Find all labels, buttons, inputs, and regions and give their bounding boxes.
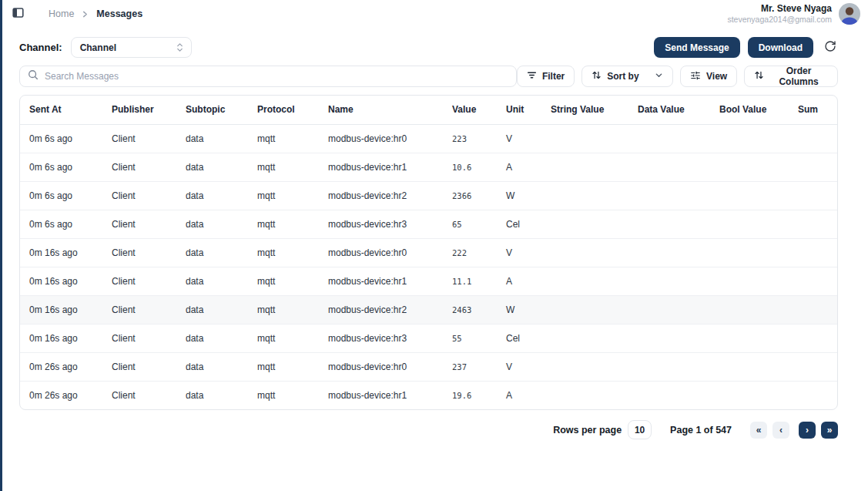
- cell-string-value: [541, 181, 628, 210]
- cell-unit: V: [497, 352, 541, 381]
- arrow-up-down-icon: [754, 70, 764, 82]
- cell-subtopic: data: [176, 381, 248, 409]
- cell-protocol: mqtt: [248, 210, 319, 238]
- channel-select[interactable]: Channel: [71, 37, 192, 58]
- cell-bool-value: [710, 153, 789, 181]
- send-message-button[interactable]: Send Message: [654, 37, 739, 58]
- cell-protocol: mqtt: [248, 267, 319, 295]
- cell-data-value: [628, 324, 710, 352]
- cell-publisher: Client: [102, 295, 176, 324]
- cell-publisher: Client: [102, 181, 176, 210]
- cell-value: 222: [443, 238, 497, 267]
- cell-publisher: Client: [102, 324, 176, 352]
- channel-select-value: Channel: [80, 42, 116, 53]
- previous-page-button[interactable]: ‹: [772, 422, 789, 439]
- rows-per-page-select[interactable]: 10: [628, 420, 652, 439]
- col-sum: Sum: [789, 96, 837, 124]
- cell-subtopic: data: [176, 295, 248, 324]
- cell-sum: [789, 238, 837, 267]
- table-row[interactable]: 0m 16s ago Client data mqtt modbus-devic…: [20, 295, 837, 324]
- cell-value: 237: [443, 352, 497, 381]
- col-value: Value: [443, 96, 497, 124]
- col-string-value: String Value: [541, 96, 628, 124]
- cell-sent-at: 0m 6s ago: [20, 181, 102, 210]
- cell-bool-value: [710, 267, 789, 295]
- cell-sum: [789, 181, 837, 210]
- page-info: Page 1 of 547: [670, 425, 732, 436]
- cell-string-value: [541, 210, 628, 238]
- cell-unit: V: [497, 238, 541, 267]
- sliders-icon: [690, 70, 701, 83]
- sort-by-label: Sort by: [607, 71, 649, 82]
- cell-sent-at: 0m 16s ago: [20, 238, 102, 267]
- search-input[interactable]: [45, 71, 508, 82]
- cell-value: 223: [443, 124, 497, 153]
- main-content: Channel: Channel Send Message Download: [19, 37, 838, 439]
- cell-publisher: Client: [102, 267, 176, 295]
- view-button[interactable]: View: [680, 66, 737, 87]
- table-row[interactable]: 0m 6s ago Client data mqtt modbus-device…: [20, 153, 837, 181]
- col-protocol: Protocol: [248, 96, 319, 124]
- cell-name: modbus-device:hr0: [319, 124, 443, 153]
- cell-value: 55: [443, 324, 497, 352]
- table-row[interactable]: 0m 6s ago Client data mqtt modbus-device…: [20, 124, 837, 153]
- cell-publisher: Client: [102, 381, 176, 409]
- cell-sent-at: 0m 16s ago: [20, 324, 102, 352]
- cell-bool-value: [710, 181, 789, 210]
- cell-subtopic: data: [176, 238, 248, 267]
- cell-subtopic: data: [176, 181, 248, 210]
- user-block[interactable]: Mr. Steve Nyaga stevenyaga2014@gmail.com: [727, 3, 860, 25]
- cell-string-value: [541, 324, 628, 352]
- cell-publisher: Client: [102, 352, 176, 381]
- cell-name: modbus-device:hr2: [319, 295, 443, 324]
- cell-bool-value: [710, 238, 789, 267]
- cell-subtopic: data: [176, 324, 248, 352]
- cell-sum: [789, 295, 837, 324]
- cell-protocol: mqtt: [248, 324, 319, 352]
- table-header-row: Sent At Publisher Subtopic Protocol Name…: [20, 96, 837, 124]
- cell-string-value: [541, 153, 628, 181]
- cell-sum: [789, 153, 837, 181]
- table-row[interactable]: 0m 16s ago Client data mqtt modbus-devic…: [20, 324, 837, 352]
- cell-value: 2366: [443, 181, 497, 210]
- cell-sent-at: 0m 6s ago: [20, 210, 102, 238]
- table-row[interactable]: 0m 16s ago Client data mqtt modbus-devic…: [20, 267, 837, 295]
- order-columns-button[interactable]: Order Columns: [744, 66, 838, 87]
- cell-protocol: mqtt: [248, 295, 319, 324]
- cell-protocol: mqtt: [248, 124, 319, 153]
- table-row[interactable]: 0m 26s ago Client data mqtt modbus-devic…: [20, 352, 837, 381]
- refresh-icon: [824, 40, 836, 55]
- col-unit: Unit: [497, 96, 541, 124]
- sidebar-toggle-button[interactable]: [11, 5, 25, 22]
- refresh-button[interactable]: [823, 39, 838, 56]
- cell-name: modbus-device:hr2: [319, 181, 443, 210]
- last-page-button[interactable]: »: [821, 422, 838, 439]
- table-row[interactable]: 0m 6s ago Client data mqtt modbus-device…: [20, 210, 837, 238]
- cell-sent-at: 0m 6s ago: [20, 153, 102, 181]
- cell-data-value: [628, 210, 710, 238]
- cell-value: 65: [443, 210, 497, 238]
- cell-subtopic: data: [176, 352, 248, 381]
- cell-protocol: mqtt: [248, 238, 319, 267]
- table-row[interactable]: 0m 26s ago Client data mqtt modbus-devic…: [20, 381, 837, 409]
- col-bool-value: Bool Value: [710, 96, 789, 124]
- sort-by-button[interactable]: Sort by: [581, 66, 673, 87]
- cell-name: modbus-device:hr3: [319, 324, 443, 352]
- cell-string-value: [541, 238, 628, 267]
- table-row[interactable]: 0m 16s ago Client data mqtt modbus-devic…: [20, 238, 837, 267]
- cell-value: 11.1: [443, 267, 497, 295]
- avatar[interactable]: [839, 3, 860, 25]
- messages-table-card: Sent At Publisher Subtopic Protocol Name…: [19, 95, 838, 410]
- cell-sum: [789, 324, 837, 352]
- col-data-value: Data Value: [628, 96, 710, 124]
- filter-button[interactable]: Filter: [517, 66, 575, 87]
- table-row[interactable]: 0m 6s ago Client data mqtt modbus-device…: [20, 181, 837, 210]
- first-page-button[interactable]: «: [750, 422, 767, 439]
- cell-protocol: mqtt: [248, 153, 319, 181]
- cell-sent-at: 0m 26s ago: [20, 381, 102, 409]
- breadcrumb-home-link[interactable]: Home: [49, 8, 74, 19]
- rows-per-page-label: Rows per page: [553, 425, 622, 436]
- next-page-button[interactable]: ›: [799, 422, 816, 439]
- cell-unit: A: [497, 153, 541, 181]
- download-button[interactable]: Download: [748, 37, 813, 58]
